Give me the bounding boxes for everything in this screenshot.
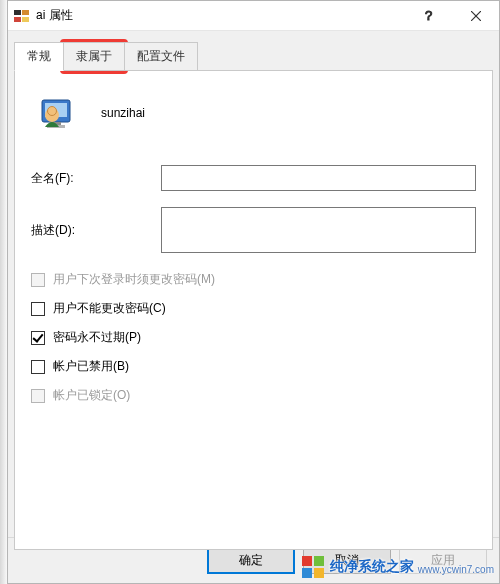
watermark-logo-icon	[302, 556, 324, 578]
svg-point-12	[48, 107, 57, 116]
chk-account-locked: 帐户已锁定(O)	[31, 387, 476, 404]
left-shadow	[0, 0, 7, 584]
tab-general[interactable]: 常规	[14, 42, 64, 71]
user-icon	[39, 95, 75, 131]
chk-label: 密码永不过期(P)	[53, 329, 141, 346]
checkbox-icon	[31, 360, 45, 374]
checkbox-icon	[31, 302, 45, 316]
svg-rect-2	[14, 17, 21, 22]
user-name-label: sunzihai	[101, 106, 145, 120]
description-label: 描述(D):	[31, 222, 161, 239]
description-row: 描述(D):	[31, 207, 476, 253]
description-input[interactable]	[161, 207, 476, 253]
tab-profile[interactable]: 配置文件	[124, 42, 198, 71]
tab-member-of[interactable]: 隶属于	[63, 42, 125, 71]
chk-label: 用户不能更改密码(C)	[53, 300, 166, 317]
chk-account-disabled[interactable]: 帐户已禁用(B)	[31, 358, 476, 375]
watermark-text: 纯净系统之家	[330, 558, 414, 576]
chk-must-change-password: 用户下次登录时须更改密码(M)	[31, 271, 476, 288]
svg-rect-3	[22, 17, 29, 22]
chk-cannot-change-password[interactable]: 用户不能更改密码(C)	[31, 300, 476, 317]
client-area: 常规 隶属于 配置文件	[8, 31, 499, 550]
fullname-input[interactable]	[161, 165, 476, 191]
chk-label: 帐户已锁定(O)	[53, 387, 130, 404]
checkbox-icon	[31, 273, 45, 287]
checkbox-group: 用户下次登录时须更改密码(M) 用户不能更改密码(C) 密码永不过期(P) 帐户…	[31, 271, 476, 404]
user-header: sunzihai	[31, 95, 476, 131]
properties-window: ai 属性 ? 常规 隶属于 配置文件	[7, 0, 500, 584]
checkbox-icon	[31, 331, 45, 345]
tab-panel-general: sunzihai 全名(F): 描述(D): 用户下次登录时须更改密码(M) 用…	[14, 70, 493, 550]
chk-label: 帐户已禁用(B)	[53, 358, 129, 375]
svg-rect-0	[14, 10, 21, 15]
app-icon	[14, 8, 30, 24]
watermark-url: www.ycwin7.com	[418, 564, 494, 575]
svg-rect-1	[22, 10, 29, 15]
chk-label: 用户下次登录时须更改密码(M)	[53, 271, 215, 288]
window-title: ai 属性	[30, 7, 407, 24]
checkbox-icon	[31, 389, 45, 403]
svg-text:?: ?	[425, 9, 432, 23]
watermark: 纯净系统之家 www.ycwin7.com	[302, 556, 494, 578]
tab-strip: 常规 隶属于 配置文件	[14, 41, 493, 70]
close-button[interactable]	[453, 1, 499, 31]
chk-password-never-expires[interactable]: 密码永不过期(P)	[31, 329, 476, 346]
titlebar: ai 属性 ?	[8, 1, 499, 31]
help-button[interactable]: ?	[407, 1, 453, 31]
ok-button[interactable]: 确定	[207, 548, 295, 574]
fullname-label: 全名(F):	[31, 170, 161, 187]
fullname-row: 全名(F):	[31, 165, 476, 191]
